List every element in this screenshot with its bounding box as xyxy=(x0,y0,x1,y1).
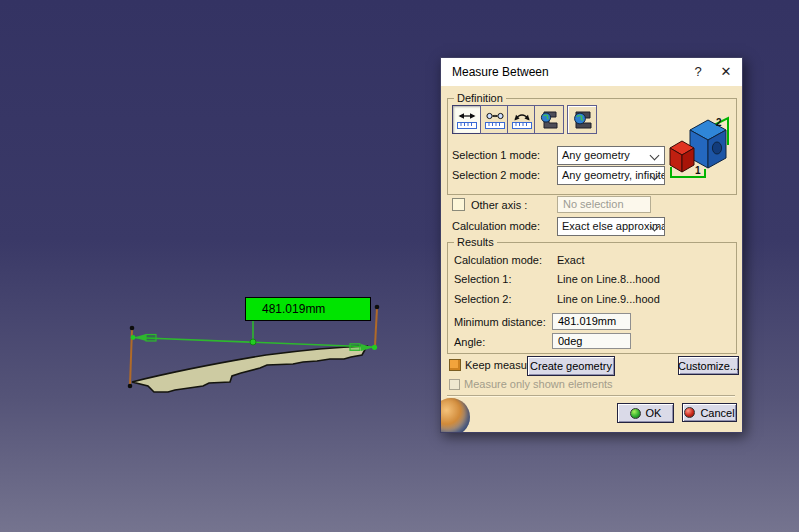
measure-tools-icon[interactable] xyxy=(567,105,597,134)
blue-cube-hole xyxy=(712,142,721,154)
measure-only-label: Measure only shown elements xyxy=(464,378,613,390)
dialog-titlebar[interactable]: Measure Between ? ✕ xyxy=(441,58,742,86)
angle-field[interactable]: 0deg xyxy=(552,333,631,349)
cancel-button[interactable]: Cancel xyxy=(682,403,737,422)
cancel-button-label: Cancel xyxy=(700,407,734,419)
result-row-value: Exact xyxy=(557,254,585,266)
dimension-arrow-right xyxy=(361,344,373,351)
ok-button-label: OK xyxy=(646,407,662,419)
chevron-down-icon xyxy=(650,151,660,161)
minimum-distance-field[interactable]: 481.019mm xyxy=(552,313,631,330)
measure-tools-glyph xyxy=(571,109,593,131)
other-axis-checkbox[interactable] xyxy=(452,198,465,211)
create-geometry-button[interactable]: Create geometry xyxy=(527,356,615,376)
selection2-mode-label: Selection 2 mode: xyxy=(452,169,540,181)
result-row-value: Line on Line.9...hood xyxy=(557,293,660,305)
measure-between-fan-icon[interactable] xyxy=(507,105,537,134)
ok-button[interactable]: OK xyxy=(617,403,674,423)
other-axis-field[interactable]: No selection xyxy=(557,196,651,213)
measure-item-icon[interactable] xyxy=(534,105,564,134)
result-row-label: Selection 1: xyxy=(454,273,511,285)
measure-illustration: 1 2 xyxy=(662,114,734,188)
definition-legend: Definition xyxy=(454,92,506,104)
line2-endpoint-dot xyxy=(375,305,380,310)
minimum-distance-label: Minimum distance: xyxy=(454,316,546,328)
result-row-label: Calculation mode: xyxy=(454,254,542,266)
hood-section-part[interactable] xyxy=(132,346,367,392)
measure-between-icon[interactable] xyxy=(452,105,482,134)
close-icon[interactable]: ✕ xyxy=(714,58,738,86)
measured-line-2[interactable] xyxy=(375,308,377,346)
selection1-mode-label: Selection 1 mode: xyxy=(452,149,540,161)
angle-label: Angle: xyxy=(454,336,485,348)
measure-between-glyph xyxy=(456,109,478,131)
selection2-mode-dropdown[interactable]: Any geometry, infinite xyxy=(557,166,665,185)
measure-value-label[interactable]: 481.019mm xyxy=(245,297,371,321)
ok-green-dot-icon xyxy=(630,408,641,419)
result-row-value: Line on Line.8...hood xyxy=(557,273,660,285)
calculation-mode-dropdown[interactable]: Exact else approximate xyxy=(557,217,665,236)
keep-measure-checkbox[interactable] xyxy=(449,359,461,371)
footer-separator xyxy=(447,395,735,397)
illustration-label-2: 2 xyxy=(716,117,722,128)
dimension-endpoint-1 xyxy=(131,335,136,340)
selection1-mode-dropdown[interactable]: Any geometry xyxy=(557,146,665,165)
measure-between-chained-icon[interactable] xyxy=(480,105,510,134)
measure-between-chained-glyph xyxy=(484,109,506,131)
dialog-title: Measure Between xyxy=(452,58,549,86)
measure-item-glyph xyxy=(538,109,560,131)
measure-only-checkbox xyxy=(449,379,460,390)
dimension-endpoint-2 xyxy=(372,345,377,350)
illustration-label-1: 1 xyxy=(695,165,701,176)
results-legend: Results xyxy=(454,236,497,248)
dimension-arrow-right-box xyxy=(350,344,360,351)
line1-bottom-dot xyxy=(128,384,133,389)
selection1-mode-value: Any geometry xyxy=(562,149,630,161)
help-icon[interactable]: ? xyxy=(686,58,710,86)
measure-between-dialog: Measure Between ? ✕ Definition xyxy=(440,57,743,433)
dimension-arrow-left xyxy=(134,334,146,341)
globe-watermark-icon xyxy=(440,398,470,433)
keep-measure-label: Keep measure xyxy=(465,359,537,371)
result-row-label: Selection 2: xyxy=(454,293,511,305)
dimension-arrow-left-box xyxy=(146,335,156,342)
dimension-midpoint-handle[interactable] xyxy=(250,339,256,345)
cancel-red-dot-icon xyxy=(684,407,695,418)
customize-button[interactable]: Customize... xyxy=(678,356,739,375)
calculation-mode-label: Calculation mode: xyxy=(452,220,540,232)
measure-between-fan-glyph xyxy=(511,109,533,131)
line1-endpoint-dot xyxy=(130,326,135,331)
other-axis-label: Other axis : xyxy=(471,199,527,211)
